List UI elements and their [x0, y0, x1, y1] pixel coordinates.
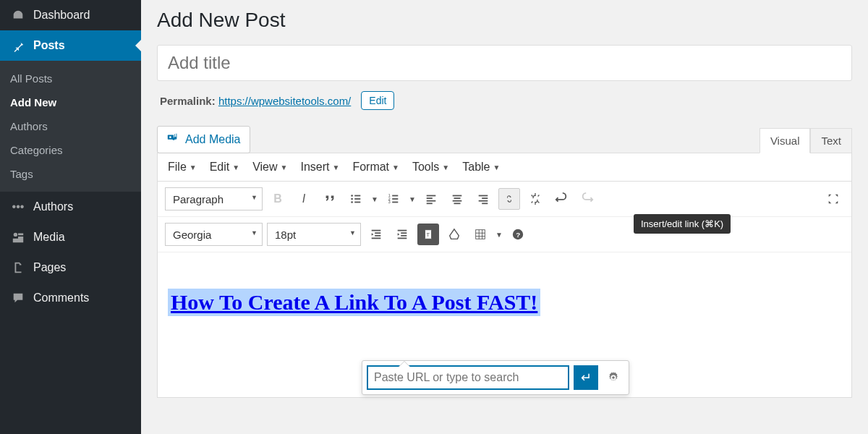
toolbar-row-2: Georgia 18pt T Insert/edit link (⌘K) ▼ ?	[158, 217, 851, 252]
edit-permalink-button[interactable]: Edit	[361, 91, 394, 110]
camera-music-icon	[166, 132, 179, 148]
svg-rect-31	[398, 230, 407, 231]
italic-button[interactable]: I	[293, 188, 315, 210]
clear-formatting-button[interactable]	[443, 224, 465, 245]
link-url-input[interactable]	[367, 365, 569, 390]
sidebar-submenu: All Posts Add New Authors Categories Tag…	[0, 61, 141, 192]
sidebar-sub-all-posts[interactable]: All Posts	[0, 67, 141, 90]
pages-icon	[10, 260, 26, 276]
sidebar-label: Authors	[33, 200, 73, 213]
align-left-button[interactable]	[420, 188, 442, 210]
menu-format[interactable]: Format▼	[352, 161, 399, 174]
pin-icon	[10, 38, 26, 54]
fullscreen-button[interactable]	[822, 188, 844, 210]
media-icon	[10, 229, 26, 245]
indent-button[interactable]	[391, 224, 413, 245]
svg-rect-25	[479, 200, 488, 202]
sidebar-item-dashboard[interactable]: Dashboard	[0, 0, 141, 30]
svg-rect-20	[454, 197, 460, 199]
dashboard-icon	[10, 7, 26, 23]
table-button[interactable]	[469, 224, 491, 245]
menu-insert[interactable]: Insert▼	[300, 161, 339, 174]
menu-edit[interactable]: Edit▼	[210, 161, 239, 174]
sidebar-item-comments[interactable]: Comments	[0, 283, 141, 313]
svg-rect-27	[372, 230, 381, 231]
sidebar-label: Pages	[33, 261, 66, 274]
font-family-select[interactable]: Georgia	[165, 223, 263, 246]
svg-point-2	[169, 136, 171, 138]
link-apply-button[interactable]: ↵	[574, 365, 598, 390]
svg-rect-30	[372, 238, 381, 239]
sidebar-item-authors[interactable]: ••• Authors	[0, 192, 141, 222]
sidebar-label: Comments	[33, 292, 89, 305]
sidebar-sub-authors[interactable]: Authors	[0, 114, 141, 138]
paste-text-button[interactable]: T	[417, 224, 439, 245]
svg-rect-34	[398, 238, 407, 239]
svg-rect-29	[375, 235, 380, 237]
link-tooltip: Insert/edit link (⌘K)	[634, 214, 731, 234]
sidebar-item-posts[interactable]: Posts	[0, 30, 141, 61]
svg-rect-12	[392, 198, 398, 200]
sidebar-sub-categories[interactable]: Categories	[0, 138, 141, 162]
svg-rect-16	[427, 197, 433, 199]
svg-rect-15	[427, 195, 436, 197]
svg-text:?: ?	[516, 231, 520, 239]
sidebar-sub-add-new[interactable]: Add New	[0, 90, 141, 114]
svg-rect-26	[482, 203, 488, 204]
svg-rect-33	[401, 235, 407, 237]
align-center-button[interactable]	[446, 188, 468, 210]
bullet-list-button[interactable]	[345, 188, 367, 210]
svg-point-3	[351, 195, 353, 197]
bold-button[interactable]: B	[267, 188, 289, 210]
svg-rect-22	[454, 203, 460, 204]
svg-rect-4	[354, 195, 360, 197]
add-media-button[interactable]: Add Media	[157, 126, 250, 153]
sidebar-sub-tags[interactable]: Tags	[0, 162, 141, 186]
svg-rect-17	[427, 200, 436, 202]
sidebar-item-media[interactable]: Media	[0, 222, 141, 252]
post-title-input[interactable]	[157, 45, 852, 81]
editor-tabs: Visual Text	[760, 128, 852, 153]
comments-icon	[10, 290, 26, 306]
numbered-list-button[interactable]: 123	[383, 188, 404, 210]
svg-rect-23	[479, 195, 488, 197]
svg-rect-19	[453, 195, 462, 197]
unlink-button[interactable]	[524, 188, 546, 210]
menu-file[interactable]: File▼	[168, 161, 197, 174]
permalink-label: Permalink:	[160, 95, 216, 107]
help-button[interactable]: ?	[507, 224, 529, 245]
page-title: Add New Post	[157, 9, 852, 32]
link-button[interactable]	[498, 188, 520, 210]
menu-view[interactable]: View▼	[252, 161, 287, 174]
svg-text:T: T	[426, 231, 430, 238]
undo-button[interactable]	[550, 188, 572, 210]
permalink-row: Permalink: https://wpwebsitetools.com/ E…	[160, 91, 849, 110]
svg-text:3: 3	[388, 200, 391, 204]
link-insert-popup: ↵	[362, 360, 629, 395]
tab-text[interactable]: Text	[810, 128, 852, 153]
align-right-button[interactable]	[472, 188, 494, 210]
sidebar-label: Posts	[33, 39, 65, 52]
sidebar-label: Dashboard	[33, 9, 90, 22]
tab-visual[interactable]: Visual	[760, 128, 811, 153]
sidebar-item-pages[interactable]: Pages	[0, 252, 141, 283]
blockquote-button[interactable]	[319, 188, 341, 210]
link-settings-button[interactable]	[603, 367, 624, 388]
svg-rect-14	[392, 202, 398, 203]
permalink-url[interactable]: https://wpwebsitetools.com/	[218, 95, 351, 107]
svg-rect-21	[453, 200, 462, 202]
redo-button[interactable]	[576, 188, 598, 210]
selected-link-text[interactable]: How To Create A Link To A Post FAST!	[168, 289, 540, 316]
menu-table[interactable]: Table▼	[462, 161, 500, 174]
toolbar-row-1: Paragraph B I ▼ 123 ▼	[158, 182, 851, 217]
menu-tools[interactable]: Tools▼	[412, 161, 449, 174]
font-size-select[interactable]: 18pt	[267, 223, 361, 246]
svg-point-5	[351, 198, 353, 200]
add-media-label: Add Media	[185, 133, 241, 146]
format-select[interactable]: Paragraph	[165, 187, 263, 210]
editor-menubar: File▼ Edit▼ View▼ Insert▼ Format▼ Tools▼…	[158, 153, 851, 182]
svg-rect-18	[427, 203, 433, 204]
outdent-button[interactable]	[365, 224, 387, 245]
svg-rect-28	[375, 232, 380, 234]
svg-rect-8	[354, 202, 360, 203]
